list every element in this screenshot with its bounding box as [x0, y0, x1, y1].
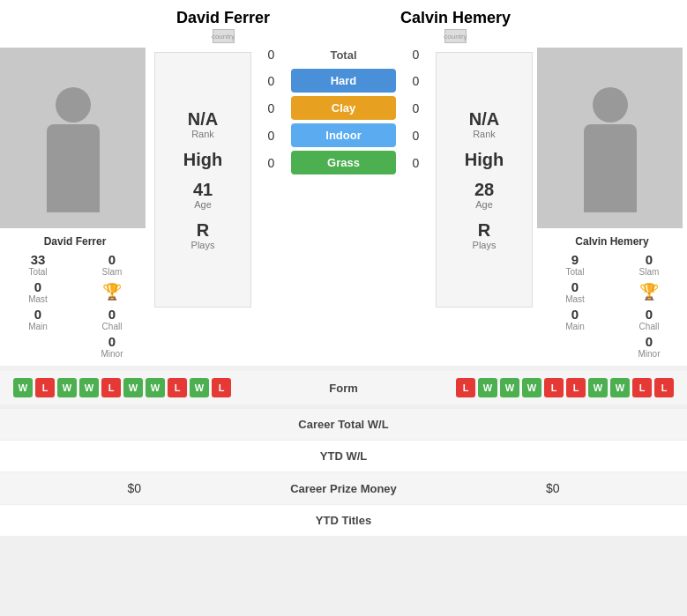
right-silhouette-body [584, 124, 637, 212]
career-prize-label: Career Prize Money [256, 482, 432, 495]
left-minor-lbl: Minor [78, 349, 146, 359]
right-rank-val: N/A [469, 109, 499, 129]
left-stats-grid: 33 Total 0 Slam 0 Mast 🏆 [4, 252, 146, 359]
left-total-val: 33 [4, 252, 71, 267]
left-player-info: David Ferrer 33 Total 0 Slam 0 Mast [0, 228, 150, 366]
form-badge-left: W [123, 378, 143, 397]
left-rank-lbl: Rank [188, 129, 218, 139]
left-minor-cell: 0 Minor [78, 334, 146, 359]
form-badge-right: W [478, 378, 497, 397]
form-badge-right: W [522, 378, 541, 397]
left-plays-stat: R Plays [191, 220, 215, 250]
right-photo [537, 48, 683, 228]
grass-surface-row: 0 Grass 0 [256, 151, 431, 174]
grass-left-val: 0 [256, 156, 287, 170]
right-mast-lbl: Mast [541, 294, 609, 304]
right-country-row: country [400, 29, 511, 43]
right-age-lbl: Age [474, 199, 494, 210]
left-slam-val: 0 [78, 252, 146, 267]
left-silhouette-body [47, 124, 100, 212]
career-total-row: Career Total W/L [0, 408, 687, 440]
right-minor-lbl: Minor [616, 349, 683, 359]
career-prize-left: $0 [13, 481, 256, 495]
right-flag: country [444, 29, 467, 43]
left-high-stat: High [183, 150, 222, 169]
indoor-right-val: 0 [400, 129, 431, 143]
career-prize-row: $0 Career Prize Money $0 [0, 471, 687, 504]
form-badge-right: L [632, 378, 652, 397]
right-main-val: 0 [541, 307, 609, 322]
left-slam-cell: 0 Slam [78, 252, 146, 277]
indoor-left-val: 0 [256, 129, 287, 143]
comparison-body: David Ferrer 33 Total 0 Slam 0 Mast [0, 48, 687, 366]
form-badge-left: L [101, 378, 121, 397]
form-badge-left: W [79, 378, 99, 397]
left-high-val: High [183, 150, 222, 169]
form-badge-left: W [13, 378, 33, 397]
left-total-cell: 33 Total [4, 252, 71, 277]
right-name-area [528, 9, 678, 43]
right-total-val: 9 [541, 252, 609, 267]
form-badge-right: L [654, 378, 674, 397]
form-badge-left: L [168, 378, 187, 397]
left-silhouette-head [56, 87, 91, 122]
grass-surface-btn[interactable]: Grass [291, 151, 396, 174]
left-country-row: country [176, 29, 270, 43]
hard-right-val: 0 [400, 74, 431, 88]
form-badge-left: W [57, 378, 77, 397]
career-prize-right: $0 [432, 481, 675, 495]
total-row: 0 Total 0 [256, 48, 431, 62]
right-total-lbl: Total [541, 267, 609, 277]
left-silhouette [38, 87, 108, 228]
form-badge-right: W [588, 378, 608, 397]
left-chall-lbl: Chall [78, 322, 146, 331]
left-stats-panel: N/A Rank High 41 Age R Plays [154, 52, 251, 308]
form-badge-left: W [146, 378, 165, 397]
clay-btn-wrap: Clay [287, 96, 400, 120]
left-minor-val: 0 [78, 334, 146, 349]
left-main-cell: 0 Main [4, 307, 71, 331]
left-rank-stat: N/A Rank [188, 109, 218, 139]
form-badges-left: WLWWLWWLWL [13, 378, 291, 397]
right-photo-col: Calvin Hemery 9 Total 0 Slam 0 Mast [537, 48, 687, 366]
right-high-stat: High [465, 150, 504, 169]
left-rank-val: N/A [188, 109, 218, 129]
left-main-lbl: Main [4, 322, 71, 331]
left-age-lbl: Age [193, 199, 213, 210]
indoor-surface-btn[interactable]: Indoor [291, 123, 396, 147]
player-left-name-header: David Ferrer country [176, 9, 270, 43]
left-mast-lbl: Mast [4, 294, 71, 304]
right-silhouette-head [593, 87, 628, 122]
right-chall-val: 0 [616, 307, 683, 322]
form-badge-left: L [212, 378, 231, 397]
form-badge-right: L [544, 378, 564, 397]
right-rank-lbl: Rank [469, 129, 499, 139]
right-trophy-cell: 🏆 [616, 279, 683, 304]
right-main-lbl: Main [541, 322, 609, 331]
right-player-name: Calvin Hemery [400, 9, 511, 27]
right-player-name-below: Calvin Hemery [541, 235, 683, 248]
ytd-titles-label: YTD Titles [256, 514, 432, 527]
left-player-name: David Ferrer [176, 9, 270, 27]
left-name-area [9, 9, 159, 43]
hard-surface-row: 0 Hard 0 [256, 69, 431, 93]
form-badge-left: W [190, 378, 209, 397]
right-chall-cell: 0 Chall [616, 307, 683, 331]
right-total-cell: 9 Total [541, 252, 609, 277]
left-trophy-icon: 🏆 [102, 282, 122, 301]
right-slam-val: 0 [616, 252, 683, 267]
indoor-surface-row: 0 Indoor 0 [256, 123, 431, 147]
left-plays-lbl: Plays [191, 240, 215, 250]
right-minor-val: 0 [616, 334, 683, 349]
hard-surface-btn[interactable]: Hard [291, 69, 396, 93]
clay-surface-btn[interactable]: Clay [291, 96, 396, 120]
left-mast-cell: 0 Mast [4, 279, 71, 304]
total-left-val: 0 [256, 48, 287, 62]
right-mast-val: 0 [541, 279, 609, 294]
form-row: WLWWLWWLWL Form LWWWLLWWLL [0, 371, 687, 404]
right-plays-lbl: Plays [473, 240, 497, 250]
right-chall-lbl: Chall [616, 322, 683, 331]
clay-surface-row: 0 Clay 0 [256, 96, 431, 120]
form-badge-right: L [566, 378, 586, 397]
left-mast-val: 0 [4, 279, 71, 294]
